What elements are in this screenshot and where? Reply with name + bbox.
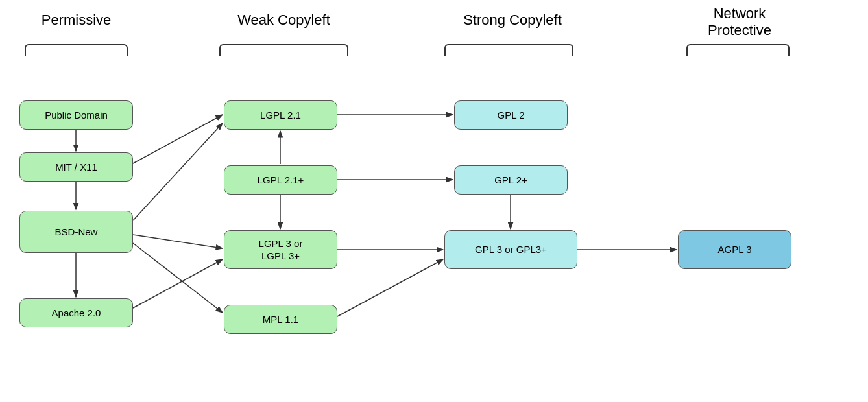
license-lgpl-2-1: LGPL 2.1 [224, 100, 337, 130]
license-apache-2: Apache 2.0 [19, 298, 133, 327]
license-mpl-1-1: MPL 1.1 [224, 305, 337, 334]
svg-line-5 [133, 123, 223, 220]
arrows-svg [0, 0, 868, 402]
bracket-permissive [25, 44, 128, 56]
bracket-strong-copyleft [444, 44, 573, 56]
license-gpl-2: GPL 2 [454, 100, 568, 130]
header-network-protective: Network Protective [668, 5, 811, 39]
header-permissive: Permissive [19, 12, 133, 29]
bracket-weak-copyleft [219, 44, 348, 56]
header-weak-copyleft: Weak Copyleft [214, 12, 354, 29]
svg-line-4 [133, 115, 223, 163]
svg-line-8 [133, 259, 223, 308]
diagram-container: Permissive Weak Copyleft Strong Copyleft… [0, 0, 868, 402]
license-public-domain: Public Domain [19, 100, 133, 130]
license-mit-x11: MIT / X11 [19, 152, 133, 182]
svg-line-7 [133, 243, 223, 313]
license-agpl-3: AGPL 3 [678, 230, 791, 269]
license-gpl-2plus: GPL 2+ [454, 165, 568, 195]
license-gpl-3: GPL 3 or GPL3+ [444, 230, 577, 269]
license-lgpl-3: LGPL 3 or LGPL 3+ [224, 230, 337, 269]
svg-line-6 [133, 235, 223, 248]
license-lgpl-2-1plus: LGPL 2.1+ [224, 165, 337, 195]
bracket-network-protective [686, 44, 790, 56]
svg-line-14 [337, 259, 443, 316]
license-bsd-new: BSD-New [19, 211, 133, 253]
header-strong-copyleft: Strong Copyleft [438, 12, 587, 29]
